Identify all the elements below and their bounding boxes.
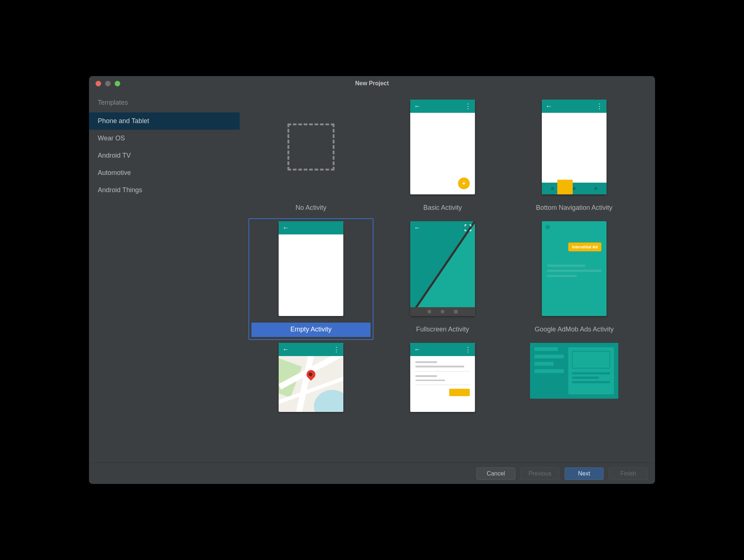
content: Templates Phone and Tablet Wear OS Andro… bbox=[89, 91, 655, 463]
template-maps-activity[interactable]: ← ⋮ bbox=[248, 340, 373, 415]
sidebar-item-label: Wear OS bbox=[98, 134, 125, 142]
more-icon: ⋮ bbox=[333, 346, 340, 353]
template-admob-ads[interactable]: Interstitial Ad Google AdMob Ads Activit… bbox=[512, 218, 637, 340]
ad-badge: Interstitial Ad bbox=[568, 243, 601, 251]
sidebar-item-label: Automotive bbox=[98, 169, 131, 176]
sidebar-item-wear-os[interactable]: Wear OS bbox=[89, 130, 240, 147]
back-arrow-icon: ← bbox=[282, 346, 289, 353]
sidebar: Templates Phone and Tablet Wear OS Andro… bbox=[89, 91, 240, 463]
footer: Cancel Previous Next Finish bbox=[89, 463, 655, 484]
sidebar-item-phone-tablet[interactable]: Phone and Tablet bbox=[89, 112, 240, 130]
template-empty-activity[interactable]: ← Empty Activity bbox=[248, 218, 373, 340]
template-bottom-navigation[interactable]: ← ⋮ Bottom Navigation Activity bbox=[512, 97, 637, 218]
template-label: Bottom Navigation Activity bbox=[515, 201, 634, 215]
sidebar-item-label: Android Things bbox=[98, 186, 142, 194]
template-preview: ← ⋮ bbox=[542, 100, 607, 194]
traffic-lights bbox=[89, 81, 120, 86]
template-label: Google AdMob Ads Activity bbox=[515, 323, 634, 337]
fullscreen-icon bbox=[465, 225, 471, 231]
template-preview: ← ⋮ + bbox=[410, 100, 475, 194]
template-label: Fullscreen Activity bbox=[383, 323, 502, 337]
previous-button: Previous bbox=[521, 467, 559, 480]
template-preview: ← bbox=[410, 221, 475, 316]
new-project-window: New Project Templates Phone and Tablet W… bbox=[89, 76, 655, 484]
sidebar-item-android-tv[interactable]: Android TV bbox=[89, 147, 240, 164]
template-preview: ← bbox=[279, 221, 343, 316]
more-icon: ⋮ bbox=[596, 103, 603, 110]
sidebar-item-label: Phone and Tablet bbox=[98, 117, 149, 125]
template-primary-detail[interactable] bbox=[512, 340, 637, 415]
cancel-button[interactable]: Cancel bbox=[476, 467, 515, 480]
dashed-placeholder-icon bbox=[287, 123, 335, 170]
more-icon: ⋮ bbox=[465, 103, 471, 110]
next-button[interactable]: Next bbox=[565, 467, 604, 480]
template-fullscreen-activity[interactable]: ← Fullscreen Activity bbox=[380, 218, 505, 340]
back-arrow-icon: ← bbox=[414, 225, 421, 231]
template-preview bbox=[279, 100, 343, 194]
fab-icon: + bbox=[458, 177, 470, 189]
template-no-activity[interactable]: No Activity bbox=[248, 97, 373, 218]
sidebar-item-label: Android TV bbox=[98, 152, 131, 159]
titlebar: New Project bbox=[89, 76, 655, 91]
sidebar-item-android-things[interactable]: Android Things bbox=[89, 182, 240, 199]
template-preview: Interstitial Ad bbox=[542, 221, 607, 316]
minimize-icon bbox=[105, 81, 111, 86]
template-login-activity[interactable]: ← ⋮ bbox=[380, 340, 505, 415]
template-grid[interactable]: No Activity ← ⋮ + Basic Activity bbox=[240, 91, 655, 463]
sidebar-item-automotive[interactable]: Automotive bbox=[89, 164, 240, 182]
system-nav-bar bbox=[410, 307, 475, 316]
maximize-icon[interactable] bbox=[115, 81, 120, 86]
more-icon: ⋮ bbox=[465, 346, 471, 353]
back-arrow-icon: ← bbox=[414, 346, 421, 353]
template-preview: ← ⋮ bbox=[279, 343, 343, 412]
window-title: New Project bbox=[89, 80, 655, 87]
template-label: Basic Activity bbox=[383, 201, 502, 215]
template-preview: ← ⋮ bbox=[410, 343, 475, 412]
back-arrow-icon: ← bbox=[282, 225, 289, 231]
template-label: No Activity bbox=[251, 201, 371, 215]
close-icon[interactable] bbox=[96, 81, 101, 86]
template-preview bbox=[530, 343, 618, 399]
sidebar-header: Templates bbox=[89, 99, 240, 112]
finish-button: Finish bbox=[609, 467, 648, 480]
template-label: Empty Activity bbox=[251, 323, 371, 337]
back-arrow-icon: ← bbox=[546, 103, 552, 110]
template-basic-activity[interactable]: ← ⋮ + Basic Activity bbox=[380, 97, 505, 218]
back-arrow-icon: ← bbox=[414, 103, 421, 110]
